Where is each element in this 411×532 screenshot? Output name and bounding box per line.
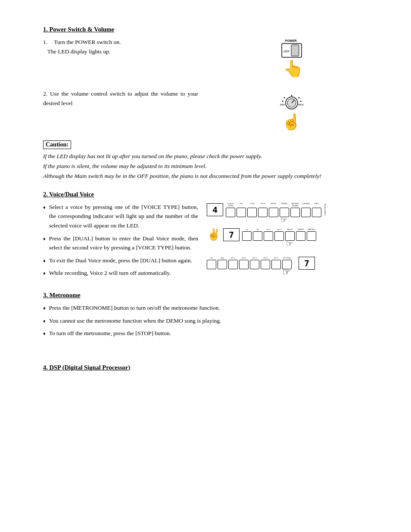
metro-bullet-1: ♦ Press the [METRONOME] button to turn o… — [43, 303, 377, 313]
voice-layout: ♦ Select a voice by pressing one of the … — [43, 202, 377, 281]
sq3-btn-3 — [228, 260, 238, 269]
sq2-btn-4 — [274, 231, 284, 241]
sq-btn-8 — [301, 208, 311, 217]
section1-title: 1. Power Switch & Volume — [43, 26, 377, 33]
voice-bullet-list: ♦ Select a voice by pressing one of the … — [43, 202, 198, 278]
svg-text:POWER: POWER — [285, 39, 296, 42]
section3-title: 3. Metronome — [43, 292, 377, 299]
button-panel-1: VOICETYPE EQ 1-TAI 2-TAI SPLIT DEMO METR… — [226, 202, 321, 217]
btn-label-demo: DEMO — [280, 202, 289, 207]
section2-title: 2. Voice/Dual Voice — [43, 191, 377, 198]
btn3-label-3: 10+1 — [228, 257, 238, 259]
caution-text-1: If the LED display has not lit up after … — [43, 153, 262, 159]
step1-content: Turn the POWER switch on. — [54, 39, 121, 45]
hand-icon-2: ☞ — [286, 239, 293, 249]
power-switch-diagram: POWER OFF ON 👆 — [272, 37, 311, 81]
led-display-7: 7 — [223, 228, 240, 241]
section-metronome: 3. Metronome ♦ Press the [METRONOME] but… — [43, 292, 377, 338]
sq-btn-9 — [312, 208, 321, 217]
btn3-label-1: 10 — [207, 257, 216, 259]
sq-btn-7 — [290, 208, 300, 217]
step1-text: 1. Turn the POWER switch on. The LED dis… — [43, 37, 198, 56]
step2-text-col: 2. Use the volume control switch to adju… — [43, 89, 198, 108]
voice-diagram-3: 10 EQ 10+1 10+2 10+3 10+4 10+5 10+VOL — [207, 257, 315, 270]
led-display-7b: 7 — [299, 257, 315, 270]
power-diagram-col: POWER OFF ON 👆 — [207, 37, 377, 81]
btn3-label-4: 10+2 — [239, 257, 249, 259]
sq2-btn-2 — [253, 231, 262, 241]
svg-point-11 — [299, 97, 300, 99]
page-content: 1. Power Switch & Volume 1. Turn the POW… — [0, 0, 411, 532]
step2-text: 2. Use the volume control switch to adju… — [43, 89, 198, 108]
button-panel-3: 10 EQ 10+1 10+2 10+3 10+4 10+5 10+VOL — [207, 257, 292, 269]
section-voice: 2. Voice/Dual Voice ♦ Select a voice by … — [43, 191, 377, 281]
metro-bullet-2-text: You cannot use the metronome function wh… — [49, 316, 377, 326]
btn-label-split: SPLIT — [269, 202, 278, 207]
diamond-m2: ♦ — [43, 317, 46, 325]
btn-label-chord: CHORD — [301, 202, 311, 207]
sq2-btn-1 — [242, 231, 252, 241]
btn-label-metro: METRONOME — [290, 202, 300, 207]
btn-label-eq: EQ — [237, 202, 246, 207]
btn2-label-6: DEMO — [296, 228, 305, 230]
btn2-label-2: 10 — [253, 228, 262, 230]
voice-bullet-3: ♦ To exit the Dual Voice mode, press the… — [43, 256, 198, 265]
voice-bullet-1-text: Select a voice by pressing one of the [V… — [49, 202, 198, 230]
diamond-3: ♦ — [43, 257, 46, 265]
step1-num: 1. — [43, 37, 53, 47]
metro-bullet-2: ♦ You cannot use the metronome function … — [43, 316, 377, 326]
sq-btn-2 — [237, 208, 246, 217]
svg-point-9 — [284, 97, 285, 99]
diamond-m3: ♦ — [43, 330, 46, 338]
btn2-label-7: METRO — [307, 228, 316, 230]
voice-diagrams-col: 4 VOICETYPE EQ 1-TAI 2-TAI SPLIT DEMO ME… — [207, 202, 377, 270]
sq-btn-1 — [226, 208, 235, 217]
metro-bullet-3: ♦ To turn off the metronome, press the [… — [43, 329, 377, 338]
metro-bullet-1-text: Press the [METRONOME] button to turn on/… — [49, 303, 377, 313]
btn-label-key: KEY — [312, 202, 321, 207]
sq-btn-6-container: ☞ — [280, 208, 289, 217]
btn2-label-4: 10+2 — [274, 228, 284, 230]
btn3-label-2: EQ — [218, 257, 227, 259]
svg-text:MAX: MAX — [298, 103, 304, 106]
metro-bullet-3-text: To turn off the metronome, press the [ST… — [49, 329, 377, 338]
step1-text-col: 1. Turn the POWER switch on. The LED dis… — [43, 37, 198, 56]
btn3-label-5: 10+3 — [250, 257, 259, 259]
sq3-btn-2 — [218, 260, 227, 269]
sq2-btn-7 — [307, 231, 316, 241]
btn2-label-5: SPLIT — [285, 228, 295, 230]
sq-btn-4 — [258, 208, 268, 217]
btn3-label-6: 10+4 — [261, 257, 270, 259]
svg-text:MIN: MIN — [280, 103, 285, 106]
voice-diagram-1: 4 VOICETYPE EQ 1-TAI 2-TAI SPLIT DEMO ME… — [207, 202, 326, 217]
svg-rect-4 — [291, 45, 299, 56]
sq3-btn-4 — [239, 260, 249, 269]
caution-label: Caution: — [43, 140, 71, 149]
hand-icon-1: ☞ — [280, 215, 287, 225]
step1-row: 1. Turn the POWER switch on. The LED dis… — [43, 37, 377, 81]
volume-knob-diagram: MIN MAX ☝️ — [272, 89, 311, 130]
diamond-m1: ♦ — [43, 305, 46, 312]
metro-bullet-list: ♦ Press the [METRONOME] button to turn o… — [43, 303, 377, 338]
step2-row: 2. Use the volume control switch to adju… — [43, 89, 377, 130]
svg-text:👆: 👆 — [283, 59, 304, 78]
caution-line1: If the LED display has not lit up after … — [43, 152, 377, 181]
section-power-volume: 1. Power Switch & Volume 1. Turn the POW… — [43, 26, 377, 130]
btn-label-voice: VOICETYPE — [226, 202, 235, 207]
voice-bullet-2: ♦ Press the [DUAL] button to enter the D… — [43, 234, 198, 252]
btn-label-1tai: 1-TAI — [247, 202, 257, 207]
dual-hand-icon: ✌ — [207, 229, 221, 240]
sq3-btn-1 — [207, 260, 216, 269]
sq2-btn-6 — [296, 231, 305, 241]
step1-sub: The LED display lights up. — [47, 48, 111, 55]
led-display-4: 4 — [207, 203, 223, 216]
voice-bullet-3-text: To exit the Dual Voice mode, press the [… — [49, 256, 198, 265]
btn2-label-1: 10 — [242, 228, 252, 230]
caution-section: Caution: If the LED display has not lit … — [43, 140, 377, 181]
svg-text:☝️: ☝️ — [282, 112, 301, 130]
sq2-btn-3 — [264, 231, 273, 241]
sq3-btn-7 — [271, 260, 281, 269]
svg-text:OFF: OFF — [283, 50, 290, 53]
btn3-label-7: 10+5 — [271, 257, 281, 259]
voice-bullet-1: ♦ Select a voice by pressing one of the … — [43, 202, 198, 230]
